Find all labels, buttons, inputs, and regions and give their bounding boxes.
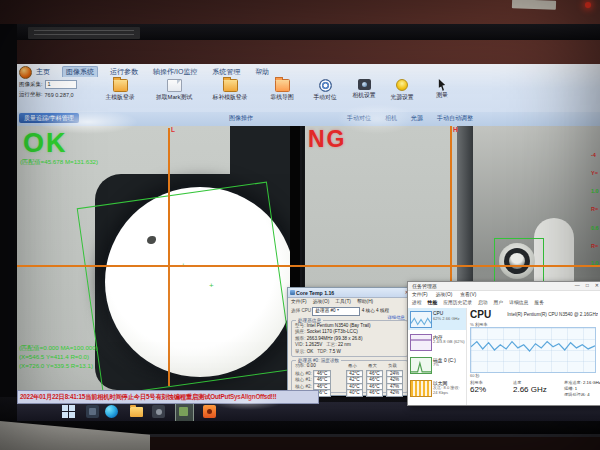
core-temp-titlebar[interactable]: Core Temp 1.16 ✕ xyxy=(288,288,411,298)
close-icon[interactable]: ✕ xyxy=(595,282,599,288)
quality-trace-group-label[interactable]: 质量追踪/学科管理 xyxy=(19,113,79,123)
button-label: 抓取Mark测试 xyxy=(147,93,201,102)
cpu-side-stats: 基准速度: 2.16 GHz 插槽: 1 逻辑处理器: 4 xyxy=(564,380,600,398)
tab-axis-io[interactable]: 轴操作/IO监控 xyxy=(150,67,200,77)
grab-mark-test-button[interactable]: 抓取Mark测试 xyxy=(147,79,201,102)
menu-view[interactable]: 查看(V) xyxy=(460,291,476,297)
minimize-icon[interactable]: — xyxy=(575,282,580,288)
sidebar-item-memory[interactable]: 内存 2.4/3.8 GB (62%) xyxy=(408,331,466,353)
edge-readout-3: 1.0 xyxy=(591,188,599,194)
edge-readout-6: R= xyxy=(591,243,598,249)
power-led xyxy=(585,2,591,8)
menu-help[interactable]: 帮助(H) xyxy=(357,298,373,304)
tab-run-params[interactable]: 运行参数 xyxy=(107,67,141,77)
task-view-icon[interactable] xyxy=(86,405,99,418)
chevron-down-icon: ▾ xyxy=(337,307,339,314)
menu-options[interactable]: 选项(O) xyxy=(313,298,330,304)
window-title: 任务管理器 xyxy=(412,283,437,289)
capture-count-field[interactable]: 1 xyxy=(45,80,77,89)
menu-row: 主页 图像系统 运行参数 轴操作/IO监控 系统管理 帮助 xyxy=(33,65,272,78)
monitor-bezel-left xyxy=(0,24,17,434)
edge-readout-5: 0.6 xyxy=(591,225,599,231)
light-group-label: 光源 xyxy=(411,114,423,123)
sidebar-item-cpu[interactable]: CPU 62% 2.66 GHz xyxy=(408,308,466,330)
cpu-mini-graph xyxy=(410,311,432,328)
menu-tools[interactable]: 工具(T) xyxy=(335,298,351,304)
speed-value: 2.66 GHz xyxy=(513,385,547,394)
ribbon-group-row: 质量追踪/学科管理 图像操作 手动对位 相机 光源 手动自动调整 xyxy=(17,112,600,126)
tab-system-mgmt[interactable]: 系统管理 xyxy=(209,67,243,77)
wall-label-sticker xyxy=(512,0,556,10)
app-orb-icon[interactable] xyxy=(19,66,32,79)
feature-cross-marker: + xyxy=(209,282,214,290)
right-group-labels: 手动对位 相机 光源 手动自动调整 xyxy=(347,114,473,123)
edge-browser-icon[interactable] xyxy=(105,405,118,418)
bezel-sticker xyxy=(28,27,140,39)
app-dark-icon[interactable] xyxy=(152,405,165,418)
file-explorer-icon[interactable] xyxy=(130,407,143,417)
sidebar-item-ethernet[interactable]: 以太网 发送: 8.0 接收: 24 Kbps xyxy=(408,377,466,399)
col-load-header: 负载 xyxy=(388,363,397,368)
result-readout-3: (X=726.0 Y=339.5 R=13.1) xyxy=(19,362,93,369)
time-axis-label: 60 秒 xyxy=(470,373,480,378)
menu-file[interactable]: 文件(F) xyxy=(291,298,307,304)
disk-mini-graph xyxy=(410,357,432,374)
status-message: 2022年01月22日8:41:15当前相机时间停止今日5号有刻蚀编程重启测试O… xyxy=(18,391,318,402)
task-manager-window: 任务管理器 — □ ✕ 文件(F) 选项(O) 查看(V) 进程 性能 应用历史… xyxy=(407,281,600,406)
cpu-model-name: Intel(R) Pentium(R) CPU N3540 @ 2.16GHz xyxy=(507,312,598,317)
main-template-login-button[interactable]: 主模版登录 xyxy=(93,79,147,102)
camera-icon xyxy=(358,79,371,90)
vision-app-taskbar-icon[interactable] xyxy=(175,403,194,421)
measure-button[interactable]: 测量 xyxy=(415,79,469,100)
camera-group-label: 相机 xyxy=(385,114,397,123)
tab-home[interactable]: 主页 xyxy=(33,67,53,77)
col-min-header: 最小 xyxy=(348,363,357,368)
patch-template-login-button[interactable]: 标补模版登录 xyxy=(203,79,257,102)
cores-count: 4 核心 xyxy=(362,308,375,313)
button-label: 主模版登录 xyxy=(93,93,147,102)
tab-services[interactable]: 服务 xyxy=(534,299,544,305)
edge-readout-2: Y= xyxy=(591,170,598,176)
folder-icon xyxy=(113,79,128,92)
tab-performance[interactable]: 性能 xyxy=(428,299,438,305)
run-coord-label: 运行坐标: xyxy=(19,91,43,98)
axis-label-h: H xyxy=(453,126,458,133)
maximize-icon[interactable]: □ xyxy=(586,282,589,288)
button-label: 测量 xyxy=(415,91,469,100)
sidebar-item-disk[interactable]: 磁盘 0 (C:) 7% xyxy=(408,354,466,376)
left-camera-view: + + L OK (匹配值=45.678 M=131.632) (匹配值=0.0… xyxy=(17,126,290,390)
core-temp-taskbar-icon[interactable] xyxy=(203,405,216,418)
ribbon: 主页 图像系统 运行参数 轴操作/IO监控 系统管理 帮助 图像采集: 1 运行… xyxy=(17,64,600,127)
vid-process-row: VID: 1.2625V 工艺: 22 nm xyxy=(295,342,408,347)
utilization-value: 62% xyxy=(470,385,486,394)
match-region-overlay xyxy=(77,182,290,390)
memory-mini-graph xyxy=(410,334,432,351)
tab-startup[interactable]: 启动 xyxy=(478,299,488,305)
task-manager-menubar: 文件(F) 选项(O) 查看(V) xyxy=(412,291,476,297)
folder-icon xyxy=(223,79,238,92)
result-readout-1: (匹配值=0.000 MA=100.000) xyxy=(19,344,98,353)
start-button-icon[interactable] xyxy=(62,405,75,418)
cpu-heading: CPU xyxy=(470,309,491,320)
model-row: 型号: Intel Pentium N3540 (Bay Trail) xyxy=(295,323,408,328)
tab-help[interactable]: 帮助 xyxy=(252,67,272,77)
socket-row: 插座: Socket 1170 (FT3b-LCC) xyxy=(295,329,408,334)
edge-readout-1: -4 xyxy=(591,152,596,158)
manual-align-group-label: 手动对位 xyxy=(347,114,371,123)
edge-readout-4: R= xyxy=(591,206,598,212)
tab-app-history[interactable]: 应用历史记录 xyxy=(443,299,472,305)
tab-image-system[interactable]: 图像系统 xyxy=(62,66,98,77)
cpu-select-dropdown[interactable]: 处理器 #0 ▾ xyxy=(312,307,360,316)
tab-users[interactable]: 用户 xyxy=(494,299,504,305)
run-coord-value: 769 0.287,0 xyxy=(45,92,74,98)
tab-processes[interactable]: 进程 xyxy=(412,299,422,305)
crosshair-vertical-line xyxy=(168,128,170,386)
menu-options[interactable]: 选项(O) xyxy=(436,291,453,297)
tab-details[interactable]: 详细信息 xyxy=(509,299,528,305)
col-max-header: 最大 xyxy=(368,363,377,368)
perf-sidebar: CPU 62% 2.66 GHz 内存 2.4/3.8 GB (62%) xyxy=(408,308,467,405)
menu-file[interactable]: 文件(F) xyxy=(412,291,428,297)
ethernet-mini-graph xyxy=(410,380,432,397)
target-icon xyxy=(319,79,332,92)
task-manager-titlebar[interactable]: 任务管理器 — □ ✕ xyxy=(408,282,600,291)
